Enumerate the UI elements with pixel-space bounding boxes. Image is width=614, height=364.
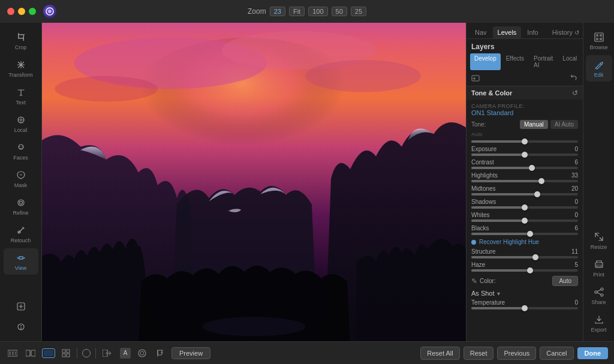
local-label: Local	[14, 127, 28, 133]
tool-faces[interactable]: Faces	[4, 138, 38, 164]
crop-icon	[15, 31, 27, 43]
bottom-toolbar: A Preview Reset All Reset Previous Cance…	[0, 341, 614, 364]
tool-local[interactable]: Local	[4, 110, 38, 137]
temperature-track[interactable]	[471, 307, 578, 309]
zoom-100[interactable]: 100	[308, 7, 327, 16]
camera-profile-value[interactable]: ON1 Standard	[471, 109, 578, 116]
tab-history[interactable]: History ↺	[552, 26, 579, 38]
as-shot-value[interactable]: As Shot	[471, 290, 495, 297]
structure-track[interactable]	[471, 256, 578, 258]
sub-tab-effects[interactable]: Effects	[502, 53, 528, 70]
zoom-50[interactable]: 50	[332, 7, 347, 16]
tool-text[interactable]: Text	[4, 83, 38, 109]
tab-info[interactable]: Info	[522, 26, 543, 38]
browse-icon	[593, 31, 605, 43]
tab-levels[interactable]: Levels	[493, 26, 522, 38]
circle-btn[interactable]	[82, 349, 91, 357]
resize-label: Resize	[591, 244, 607, 250]
highlights-value: 33	[566, 172, 578, 179]
tone-ai-auto-btn[interactable]: AI Auto	[550, 120, 578, 129]
refine-label: Refine	[13, 210, 28, 216]
as-shot-chevron[interactable]: ▾	[497, 290, 500, 297]
minimize-button[interactable]	[18, 8, 25, 15]
svg-point-9	[22, 146, 23, 148]
contrast-track[interactable]	[471, 167, 578, 169]
traffic-lights	[7, 8, 36, 15]
tool-transform[interactable]: Transform	[4, 55, 38, 82]
tool-bottom1[interactable]	[4, 297, 38, 316]
rs-browse[interactable]: Browse	[586, 28, 612, 54]
compare-side-icon[interactable]	[101, 348, 115, 359]
recover-dot	[471, 240, 476, 245]
export-label: Export	[591, 327, 606, 333]
zoom-25[interactable]: 25	[351, 7, 366, 16]
bottom-right-btns: Reset All Reset Previous Cancel Done	[420, 347, 608, 360]
svg-point-34	[595, 291, 597, 293]
sub-tab-develop[interactable]: Develop	[470, 53, 501, 70]
tool-mask[interactable]: Mask	[4, 166, 38, 192]
app-icon	[43, 5, 56, 18]
filmstrip-icon[interactable]	[6, 348, 19, 359]
svg-point-21	[305, 60, 421, 92]
text-badge[interactable]: A	[120, 348, 131, 359]
svg-rect-36	[9, 351, 11, 355]
rs-print[interactable]: Print	[586, 255, 612, 281]
rs-edit[interactable]: Edit	[586, 55, 612, 82]
flag-icon[interactable]	[154, 347, 167, 360]
slider-overall-track[interactable]	[471, 140, 578, 143]
shadows-track[interactable]	[471, 206, 578, 209]
color-auto-btn[interactable]: Auto	[552, 276, 578, 286]
view-mode-icon[interactable]	[42, 348, 55, 358]
svg-point-23	[203, 317, 305, 336]
tool-crop[interactable]: Crop	[4, 28, 38, 54]
zoom-fit[interactable]: Fit	[289, 7, 305, 16]
svg-point-10	[18, 200, 24, 206]
reset-button[interactable]: Reset	[463, 347, 494, 360]
rs-share[interactable]: Share	[586, 282, 612, 309]
maximize-button[interactable]	[29, 8, 36, 15]
rs-resize[interactable]: Resize	[586, 227, 612, 254]
svg-rect-2	[18, 33, 19, 38]
grid-view-icon[interactable]	[60, 347, 72, 359]
undo-icon[interactable]	[570, 74, 578, 82]
blacks-track[interactable]	[471, 233, 578, 235]
tab-nav[interactable]: Nav	[470, 26, 492, 38]
canvas-area[interactable]	[42, 23, 466, 341]
left-toolbar: Crop Transform Text	[0, 23, 42, 341]
retouch-icon	[15, 224, 27, 236]
close-button[interactable]	[7, 8, 14, 15]
exposure-track[interactable]	[471, 154, 578, 156]
tone-manual-btn[interactable]: Manual	[520, 120, 548, 129]
recover-row: Recover Highlight Hue	[466, 237, 583, 247]
canvas-image	[42, 23, 466, 341]
star-icon[interactable]	[136, 347, 149, 360]
sub-tab-local[interactable]: Local	[558, 53, 581, 70]
add-layer-icon[interactable]	[471, 74, 480, 82]
faces-icon	[15, 142, 27, 154]
sub-tab-portrait-ai[interactable]: Portrait AI	[529, 53, 557, 70]
tool-refine[interactable]: Refine	[4, 193, 38, 219]
previous-button[interactable]: Previous	[497, 347, 536, 360]
tool-bottom2[interactable]	[4, 317, 38, 336]
tool-view[interactable]: View	[4, 248, 38, 275]
compare-icon[interactable]	[24, 348, 37, 359]
tool-retouch[interactable]: Retouch	[4, 221, 38, 247]
section-undo-icon[interactable]: ↺	[572, 89, 578, 97]
print-label: Print	[593, 272, 604, 278]
cancel-button[interactable]: Cancel	[540, 347, 573, 360]
slider-blacks: Blacks 6	[466, 224, 583, 237]
blacks-label: Blacks	[471, 225, 489, 231]
whites-track[interactable]	[471, 219, 578, 222]
rs-export[interactable]: Export	[586, 310, 612, 336]
structure-value: 11	[566, 248, 578, 255]
slider-haze: Haze 5	[466, 260, 583, 273]
preview-button[interactable]: Preview	[171, 347, 210, 359]
done-button[interactable]: Done	[577, 347, 609, 359]
midtones-track[interactable]	[471, 193, 578, 195]
reset-all-button[interactable]: Reset All	[420, 347, 459, 360]
highlights-track[interactable]	[471, 180, 578, 182]
tone-color-header[interactable]: Tone & Color ↺	[466, 86, 583, 100]
panel-content[interactable]: Tone & Color ↺ Camera Profile: ON1 Stand…	[466, 86, 583, 341]
zoom-value[interactable]: 23	[270, 7, 285, 16]
haze-track[interactable]	[471, 269, 578, 272]
